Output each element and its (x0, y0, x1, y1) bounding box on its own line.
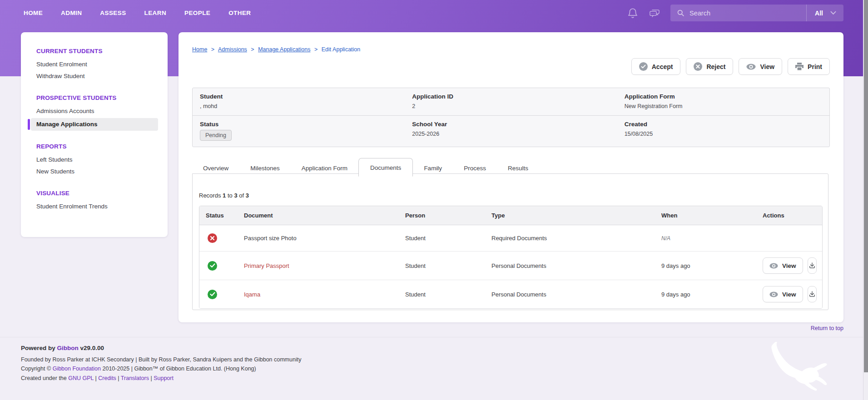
tab-process[interactable]: Process (453, 160, 497, 176)
application-id-value: 2 (412, 103, 610, 109)
founded-line: Founded by Ross Parker at ICHK Secondary… (21, 355, 301, 365)
download-icon (808, 290, 816, 298)
application-form-label: Application Form (625, 93, 822, 100)
breadcrumb-separator: > (314, 46, 317, 53)
created-value: 15/08/2025 (625, 131, 822, 137)
document-person: Student (399, 225, 485, 251)
document-type: Personal Documents (485, 280, 655, 308)
document-type: Required Documents (485, 225, 655, 251)
document-link[interactable]: Primary Passport (244, 262, 289, 269)
document-person: Student (399, 251, 485, 280)
scrollbar-thumb[interactable] (864, 0, 868, 372)
accept-button[interactable]: Accept (631, 58, 681, 75)
return-to-top-link[interactable]: Return to top (811, 325, 843, 331)
sidebar-item-student-enrolment-trends[interactable]: Student Enrolment Trends (21, 201, 168, 212)
view-label: View (782, 291, 796, 298)
credits-link[interactable]: Credits (98, 375, 116, 381)
documents-panel: Records 1 to 3 of 3 Status Document Pers… (192, 173, 828, 310)
sidebar-item-manage-applications[interactable]: Manage Applications (31, 118, 158, 131)
breadcrumb: Home > Admissions > Manage Applications … (192, 46, 360, 53)
check-circle-icon (639, 62, 648, 71)
nav-item-assess[interactable]: ASSESS (100, 10, 126, 16)
printer-icon (795, 63, 804, 70)
breadcrumb-current-page: Edit Application (322, 46, 360, 53)
search-filter-label: All (815, 10, 823, 17)
sidebar-section-reports: REPORTS (21, 143, 168, 150)
sidebar-item-student-enrolment[interactable]: Student Enrolment (21, 59, 168, 70)
tab-documents[interactable]: Documents (358, 158, 413, 177)
gibbon-logo (765, 341, 842, 395)
col-header-when: When (655, 206, 756, 225)
nav-item-admin[interactable]: ADMIN (61, 10, 82, 16)
messages-icon[interactable] (649, 7, 660, 19)
document-when: 9 days ago (655, 251, 756, 280)
tab-milestones[interactable]: Milestones (239, 160, 291, 176)
support-link[interactable]: Support (154, 375, 174, 381)
eye-icon (769, 291, 778, 297)
status-rejected-icon (208, 233, 217, 243)
download-document-button[interactable] (808, 257, 817, 274)
document-person: Student (399, 280, 485, 308)
document-when: 9 days ago (655, 280, 756, 308)
print-button[interactable]: Print (788, 58, 830, 75)
footer: Powered by Gibbon v29.0.00 Founded by Ro… (21, 344, 301, 383)
breadcrumb-separator: > (251, 46, 254, 53)
document-link[interactable]: Iqama (244, 291, 260, 298)
gnu-gpl-link[interactable]: GNU GPL (68, 375, 94, 381)
col-header-document: Document (238, 206, 399, 225)
sidebar-item-admissions-accounts[interactable]: Admissions Accounts (21, 105, 168, 117)
chevron-down-icon (830, 11, 836, 15)
view-label: View (760, 63, 774, 70)
eye-icon (746, 64, 756, 70)
search-input[interactable] (689, 10, 806, 17)
student-label: Student (200, 93, 397, 100)
breadcrumb-manage-applications[interactable]: Manage Applications (258, 46, 310, 53)
breadcrumb-admissions[interactable]: Admissions (218, 46, 247, 53)
nav-item-people[interactable]: PEOPLE (184, 10, 210, 16)
table-row: Iqama Student Personal Documents 9 days … (199, 280, 822, 308)
sidebar-section-prospective-students: PROSPECTIVE STUDENTS (21, 94, 168, 101)
school-year-value: 2025-2026 (412, 131, 610, 137)
student-value: , mohd (200, 103, 397, 109)
version-number: v29.0.00 (80, 345, 104, 351)
nav-item-home[interactable]: HOME (24, 10, 43, 16)
breadcrumb-home[interactable]: Home (192, 46, 207, 53)
document-when: N/A (661, 235, 670, 242)
status-approved-icon (208, 261, 217, 271)
gibbon-link[interactable]: Gibbon (57, 345, 79, 351)
tab-results[interactable]: Results (497, 160, 539, 176)
search-filter-dropdown[interactable]: All (806, 5, 843, 21)
copyright-line: Copyright © Gibbon Foundation 2010-2025 … (21, 364, 301, 374)
download-document-button[interactable] (808, 286, 817, 302)
gibbon-foundation-link[interactable]: Gibbon Foundation (53, 365, 101, 372)
document-name: Passport size Photo (238, 225, 399, 251)
download-icon (808, 262, 816, 270)
reject-button[interactable]: Reject (686, 58, 733, 75)
license-line: Created under the GNU GPL | Credits | Tr… (21, 374, 301, 383)
translators-link[interactable]: Translators (121, 375, 149, 381)
document-type: Personal Documents (485, 251, 655, 280)
table-row: Primary Passport Student Personal Docume… (199, 251, 822, 280)
tab-family[interactable]: Family (413, 160, 453, 176)
nav-item-other[interactable]: OTHER (228, 10, 251, 16)
sidebar-item-left-students[interactable]: Left Students (21, 154, 168, 166)
view-button[interactable]: View (739, 58, 782, 75)
view-document-button[interactable]: View (763, 286, 803, 302)
main-menu: HOME ADMIN ASSESS LEARN PEOPLE OTHER (0, 10, 251, 16)
powered-by-line: Powered by Gibbon v29.0.00 (21, 344, 301, 353)
sidebar-item-withdraw-student[interactable]: Withdraw Student (21, 70, 168, 82)
top-navbar: HOME ADMIN ASSESS LEARN PEOPLE OTHER (0, 0, 868, 26)
sidebar-section-current-students: CURRENT STUDENTS (21, 48, 168, 54)
created-label: Created (625, 121, 822, 128)
view-document-button[interactable]: View (763, 257, 803, 274)
nav-item-learn[interactable]: LEARN (144, 10, 167, 16)
global-search: All (670, 5, 843, 21)
breadcrumb-separator: > (211, 46, 214, 53)
sidebar-item-new-students[interactable]: New Students (21, 166, 168, 178)
tab-application-form[interactable]: Application Form (291, 160, 358, 176)
header-actions: Accept Reject View Print (631, 58, 830, 75)
tab-overview[interactable]: Overview (192, 160, 239, 176)
notifications-bell-icon[interactable] (627, 7, 639, 19)
col-header-status: Status (199, 206, 238, 225)
status-approved-icon (208, 290, 217, 299)
